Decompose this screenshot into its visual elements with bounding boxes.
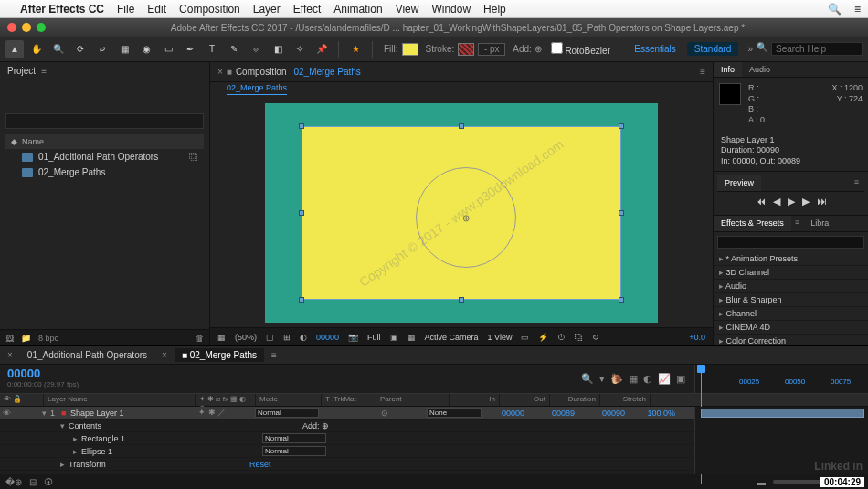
close-window[interactable] <box>7 23 16 32</box>
pixel-aspect-icon[interactable]: ▭ <box>521 333 529 342</box>
libraries-tab[interactable]: Libra <box>803 216 836 231</box>
res-icon[interactable]: ▢ <box>266 333 274 342</box>
tag-icon[interactable]: ◆ <box>11 137 22 146</box>
col-name[interactable]: Name <box>22 137 44 146</box>
minimize-window[interactable] <box>22 23 31 32</box>
view-layout[interactable]: 1 View <box>488 333 513 342</box>
workspace-standard[interactable]: Standard <box>687 42 739 56</box>
col-parent[interactable]: Parent <box>376 394 450 406</box>
resolution[interactable]: Full <box>367 333 381 342</box>
clone-tool[interactable]: ⟐ <box>247 40 265 58</box>
timeline-tab[interactable]: 01_Additional Path Operators <box>20 348 154 362</box>
search-icon[interactable]: 🔍 <box>581 373 594 385</box>
camera-select[interactable]: Active Camera <box>425 333 479 342</box>
shape-name[interactable]: Ellipse 1 <box>81 447 209 456</box>
fill-swatch[interactable] <box>402 43 418 56</box>
reset-button[interactable]: Reset <box>249 460 271 469</box>
exposure-reset-icon[interactable]: ↻ <box>592 333 599 342</box>
in-value[interactable]: 00000 <box>482 409 532 418</box>
effects-category[interactable]: CINEMA 4D <box>714 321 868 335</box>
transparency-icon[interactable]: ▦ <box>408 333 416 342</box>
interpret-icon[interactable]: 🖼 <box>5 334 14 343</box>
prev-frame-button[interactable]: ◀ <box>773 196 780 207</box>
brush-tool[interactable]: ✎ <box>225 40 243 58</box>
info-tab[interactable]: Info <box>714 62 742 77</box>
current-time[interactable]: 00000 <box>316 333 339 342</box>
project-tab[interactable]: Project <box>7 66 36 76</box>
workspace-essentials[interactable]: Essentials <box>627 42 683 56</box>
fill-label[interactable]: Fill: <box>384 44 398 54</box>
trash-icon[interactable]: 🗑 <box>196 334 204 343</box>
toggle-in-out-icon[interactable]: ⦿ <box>44 477 53 487</box>
audio-tab[interactable]: Audio <box>742 62 778 77</box>
frame-blend-icon[interactable]: ▦ <box>629 373 638 385</box>
flowchart-icon[interactable]: ⿻ <box>575 333 583 342</box>
visibility-toggle[interactable]: 👁 <box>0 409 13 418</box>
star-icon[interactable]: ★ <box>346 40 365 58</box>
roto-tool[interactable]: ✧ <box>291 40 309 58</box>
layer-duration-bar[interactable] <box>701 409 864 418</box>
orbit-tool[interactable]: ⟳ <box>71 40 90 58</box>
shy-icon[interactable]: 🐌 <box>610 373 623 385</box>
toggle-switches-icon[interactable]: �⊕ <box>5 477 22 487</box>
roi-icon[interactable]: ▣ <box>390 333 398 342</box>
toggle-modes-icon[interactable]: ⊟ <box>29 477 37 487</box>
project-item[interactable]: 02_Merge Paths <box>5 165 204 180</box>
col-layer[interactable]: Layer Name <box>44 394 196 406</box>
menu-help[interactable]: Help <box>483 3 506 16</box>
project-item[interactable]: 01_Additional Path Operators⿻ <box>5 149 204 165</box>
add-vertex[interactable]: Add: ⊕ <box>513 44 541 54</box>
snapshot-icon[interactable]: 📷 <box>348 333 358 342</box>
exposure[interactable]: +0.0 <box>689 333 705 342</box>
panel-menu-icon[interactable]: ≡ <box>41 66 45 76</box>
project-search[interactable] <box>5 113 204 129</box>
menu-edit[interactable]: Edit <box>147 3 166 16</box>
zoom-level[interactable]: (50%) <box>235 333 257 342</box>
eraser-tool[interactable]: ◧ <box>269 40 287 58</box>
stroke-label[interactable]: Stroke: <box>426 44 455 54</box>
shape-name[interactable]: Rectangle 1 <box>81 434 209 443</box>
effects-presets-tab[interactable]: Effects & Presets <box>714 216 791 231</box>
graph-editor-icon[interactable]: 📈 <box>658 373 671 385</box>
pickwhip-icon[interactable]: ⊙ <box>381 409 388 418</box>
panel-menu-icon[interactable]: ≡ <box>849 175 864 191</box>
close-tab-icon[interactable]: × <box>7 350 13 360</box>
type-tool[interactable]: T <box>203 40 221 58</box>
search-help-input[interactable] <box>771 42 863 56</box>
bpc-toggle[interactable]: 8 bpc <box>38 334 58 343</box>
effects-search[interactable] <box>717 236 864 249</box>
col-mode[interactable]: Mode <box>256 394 322 406</box>
col-out[interactable]: Out <box>500 394 550 406</box>
timeline-icon[interactable]: ⏱ <box>557 333 566 342</box>
menu-extras-icon[interactable]: ≡ <box>854 3 861 16</box>
time-ruler[interactable]: 00025 00050 00075 <box>694 365 868 393</box>
twirl-icon[interactable]: ▾ <box>44 421 65 431</box>
canvas[interactable]: ⊕ <box>265 103 658 323</box>
transform-row[interactable]: ▸ Transform Reset <box>0 458 694 471</box>
shape-row[interactable]: ▸ Ellipse 1 Normal <box>0 445 694 458</box>
menu-view[interactable]: View <box>396 3 419 16</box>
comp-breadcrumb[interactable]: 02_Merge Paths <box>227 83 287 95</box>
shape-mode[interactable]: Normal <box>262 433 326 443</box>
panel-menu-icon[interactable]: ≡ <box>271 350 277 360</box>
composition-viewer[interactable]: ⊕ Copyright © 2017 - www.p30download.com <box>210 99 713 327</box>
menu-composition[interactable]: Composition <box>179 3 240 16</box>
out-value[interactable]: 00089 <box>532 409 582 418</box>
menu-window[interactable]: Window <box>431 3 471 16</box>
col-stretch[interactable]: Stretch <box>600 394 651 406</box>
timeline-time[interactable]: 00000 <box>7 367 130 380</box>
parent-select[interactable]: None <box>427 408 482 418</box>
rotate-tool[interactable]: ⤾ <box>93 40 111 58</box>
spotlight-icon[interactable]: 🔍 <box>828 3 842 16</box>
shape-row[interactable]: ▸ Rectangle 1 Normal <box>0 432 694 445</box>
contents-row[interactable]: ▾ Contents Add: ⊕ <box>0 420 694 432</box>
blend-mode[interactable]: Normal <box>255 408 319 418</box>
menu-animation[interactable]: Animation <box>333 3 382 16</box>
comp-name[interactable]: 02_Merge Paths <box>293 67 360 77</box>
shape-tool[interactable]: ▭ <box>159 40 177 58</box>
menu-file[interactable]: File <box>117 3 134 16</box>
anchor-icon[interactable]: ⊕ <box>462 213 470 223</box>
handle[interactable] <box>299 297 304 303</box>
preview-tab[interactable]: Preview <box>717 175 761 191</box>
stroke-swatch[interactable] <box>458 43 474 56</box>
